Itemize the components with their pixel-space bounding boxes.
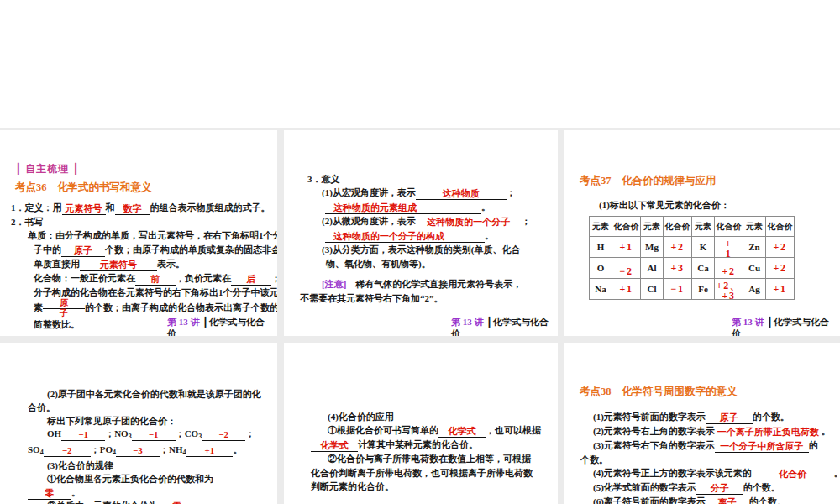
element-cell: Cu <box>743 258 766 279</box>
slide-thumbnail-1[interactable]: ┃ 自主梳理 ┃ 考点36 化学式的书写和意义 1．定义：用元素符号和数字的组合… <box>0 130 277 336</box>
valence-cell: +2 <box>715 258 743 279</box>
slide-sorter-view: ┃ 自主梳理 ┃ 考点36 化学式的书写和意义 1．定义：用元素符号和数字的组合… <box>0 0 840 504</box>
text-run: 化合物：一般正价元素在 <box>34 273 135 283</box>
lecture-number: 第 13 讲 <box>451 317 484 327</box>
element-cell: K <box>692 237 715 258</box>
text-line: (1)元素符号前面的数字表示原子的个数。 <box>593 410 840 424</box>
text-run: (6)离子符号前面的数字表示 <box>593 496 706 504</box>
slide-body: (4)化合价的应用①根据化合价可书写简单的化学式，也可以根据化学式计算其中某种元… <box>284 410 558 494</box>
table-header-cell: 元素 <box>641 217 664 237</box>
fill-in-blank: 化学式 <box>311 440 358 452</box>
text-run: 1．定义：用 <box>11 202 62 213</box>
text-line: 单质：由分子构成的单质，写出元素符号，在右下角标明1个分 <box>28 228 277 242</box>
slide-body: (1)元素符号前面的数字表示原子的个数。(2)元素符号右上角的数字表示一个离子所… <box>564 410 840 504</box>
fill-in-blank: −1 <box>132 429 176 441</box>
fill-in-blank: −2 <box>202 429 245 441</box>
text-run: (4)元素符号正上方的数字表示该元素的 <box>593 468 752 478</box>
slide-thumbnail-5[interactable]: (4)化合价的应用①根据化合价可书写简单的化学式，也可以根据化学式计算其中某种元… <box>284 343 558 504</box>
fill-in-blank: 原子 <box>61 245 105 257</box>
text-line: 素原子的个数；由离子构成的化合物表示出离子个数的最 <box>34 299 277 318</box>
text-run: ②单质中，元素的化合价为 <box>47 501 158 504</box>
valence-table-intro: (1)标出以下常见元素的化合价： <box>599 199 840 212</box>
slide-footer: 第 13 讲 ┃化学式与化合价 <box>451 316 552 336</box>
fill-in-blank: 原子 <box>706 412 753 424</box>
section-tag: ┃ 自主梳理 ┃ <box>15 162 277 176</box>
text-line: (3)化合价的规律 <box>47 459 277 473</box>
valence-cell: +3 <box>664 258 692 279</box>
text-line: 物、氧化物、有机物等)。 <box>326 257 558 270</box>
slide-thumbnail-2[interactable]: 3．意义(1)从宏观角度讲，表示这种物质；这种物质的元素组成。(2)从微观角度讲… <box>284 130 558 336</box>
element-cell: H <box>590 237 612 258</box>
slide-thumbnail-4[interactable]: (2)原子团中各元素化合价的代数和就是该原子团的化合价。标出下列常见原子团的化合… <box>0 343 277 504</box>
fill-in-blank: 这种物质的元素组成 <box>325 202 481 214</box>
text-line: (3)元素符号右下角的数字表示一个分子中所含原子的 <box>593 438 840 453</box>
text-run: 物、氧化物、有机物等)。 <box>326 259 431 269</box>
text-line: 单质直接用元素符号表示。 <box>34 257 277 271</box>
text-run: (3)元素符号右下角的数字表示 <box>593 440 715 450</box>
valence-cell: +2 <box>766 237 795 258</box>
table-header-cell: 化合价 <box>715 217 743 237</box>
text-line: 3．意义 <box>307 172 558 186</box>
footer-divider-icon: ┃ <box>767 317 773 327</box>
text-line: 这种物质的元素组成。 <box>325 200 558 214</box>
fill-in-blank: 元素符号 <box>80 260 157 271</box>
footer-divider-icon: ┃ <box>486 317 492 327</box>
text-run: 子中的 <box>34 244 61 255</box>
fill-in-blank: 离子 <box>706 497 749 504</box>
text-run: ； <box>245 428 255 438</box>
fill-in-blank: 一个分子中所含原子 <box>715 441 809 453</box>
text-run: ；NO <box>105 428 129 438</box>
slide-thumbnail-6[interactable]: 考点38 化学符号周围数字的意义 (1)元素符号前面的数字表示原子的个数。(2)… <box>564 343 840 504</box>
text-line: 化合价判断离子所带电荷数，也可根据离子所带电荷数 <box>311 466 558 480</box>
topic37-heading: 考点37 化合价的规律与应用 <box>580 174 840 188</box>
text-run: 合价。 <box>28 402 55 412</box>
text-run: 化合价判断离子所带电荷数，也可根据离子所带电荷数 <box>311 468 533 478</box>
text-line: 合价。 <box>28 402 277 415</box>
text-line: ①化合物里各元素正负化合价的代数和为 <box>47 473 277 486</box>
text-run: 单质：由分子构成的单质，写出元素符号，在右下角标明1个分 <box>28 230 277 240</box>
element-cell: Fe <box>692 279 715 300</box>
slide-footer: 第 13 讲 ┃化学式与化合价 <box>167 316 268 336</box>
fill-in-blank: −3 <box>116 445 160 457</box>
text-run: 。 <box>481 202 491 212</box>
element-cell: Zn <box>743 237 766 258</box>
text-run: 的个数。 <box>753 412 790 422</box>
text-line: (2)原子团中各元素化合价的代数和就是该原子团的化 <box>47 388 277 402</box>
text-run: 分子构成的化合物在各元素符号的右下角标出1个分子中该元 <box>34 287 277 297</box>
fill-in-blank: 这种物质的一个分子的构成 <box>325 231 485 243</box>
fill-in-blank: 化合价 <box>752 469 834 480</box>
valence-cell: +1 <box>612 237 641 258</box>
text-run: 个数；由原子构成的单质或复杂的固态非金属 <box>105 244 277 255</box>
text-run: 判断元素的化合价。 <box>311 481 394 491</box>
text-run: (3)从分类方面，表示这种物质的类别(单质、化合 <box>322 244 521 255</box>
text-run: ；NH <box>160 444 183 454</box>
text-line: 化合物：一般正价元素在前，负价元素在后；由 <box>34 271 277 286</box>
text-run: 的 <box>809 440 818 450</box>
text-line: ②化合价与离子所带电荷数在数值上相等，可根据 <box>328 452 558 465</box>
fill-in-blank: 化学式 <box>438 426 486 438</box>
fill-in-blank: 前 <box>135 274 176 286</box>
table-header-cell: 化合价 <box>766 217 795 237</box>
text-run: (1)从宏观角度讲，表示 <box>322 187 416 197</box>
text-line: 判断元素的化合价。 <box>311 480 558 493</box>
text-line: ①根据化合价可书写简单的化学式，也可以根据 <box>328 423 558 438</box>
text-run: 的个数。 <box>749 496 786 504</box>
text-run: (2)从微观角度讲，表示 <box>322 216 416 226</box>
fill-in-blank: 这种物质的一个分子 <box>416 217 522 228</box>
text-line: 分子构成的化合物在各元素符号的右下角标出1个分子中该元 <box>34 286 277 299</box>
text-run: 单质直接用 <box>34 259 80 269</box>
text-run: (5)化学式前面的数字表示 <box>593 482 696 492</box>
element-cell: O <box>590 258 612 279</box>
slide-thumbnail-3[interactable]: 考点37 化合价的规律与应用 (1)标出以下常见元素的化合价： 元素化合价元素化… <box>564 130 840 336</box>
text-run: 。 <box>822 426 831 436</box>
text-line: (5)化学式前面的数字表示分子的个数。 <box>593 480 840 495</box>
text-line: 子中的原子个数；由原子构成的单质或复杂的固态非金属 <box>34 243 277 257</box>
common-valence-table: 元素化合价元素化合价元素化合价元素化合价H+1Mg+2K+ 1Zn+2O−2Al… <box>589 216 795 300</box>
text-line: (4)化合价的应用 <box>328 410 558 423</box>
text-run: (2)元素符号右上角的数字表示 <box>593 426 715 436</box>
text-run: 个数。 <box>580 454 608 465</box>
fill-in-blank: 数字 <box>115 203 150 215</box>
text-run: ；PO <box>91 444 113 454</box>
text-run: 稀有气体的化学式直接用元素符号表示， <box>346 279 522 289</box>
fill-in-blank: 元素符号 <box>62 203 106 215</box>
